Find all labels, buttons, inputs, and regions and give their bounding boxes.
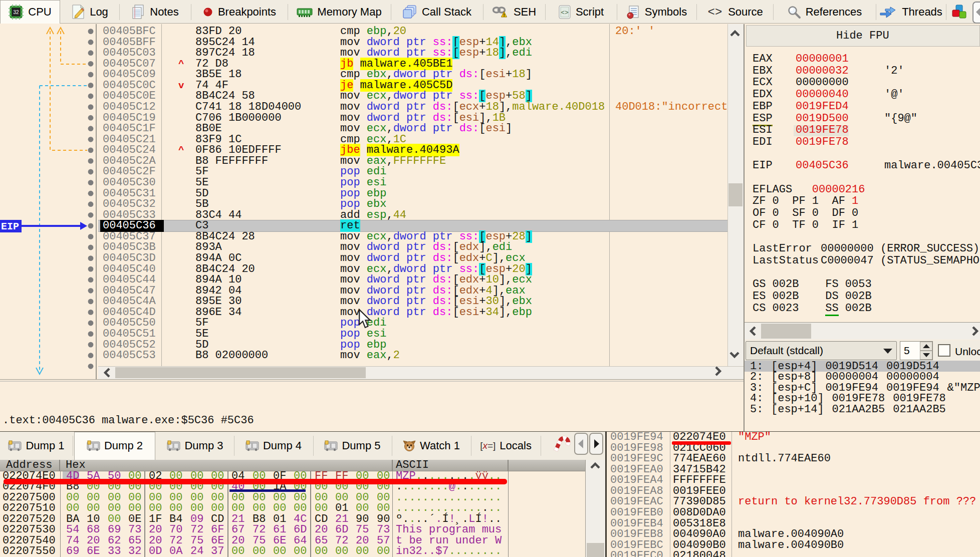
svg-text:EIP: EIP bbox=[1, 221, 19, 232]
svg-text:<>: <> bbox=[561, 9, 569, 17]
svg-text:32: 32 bbox=[14, 10, 20, 15]
svg-text:!: ! bbox=[503, 13, 505, 18]
svg-text:<>: <> bbox=[708, 6, 722, 18]
